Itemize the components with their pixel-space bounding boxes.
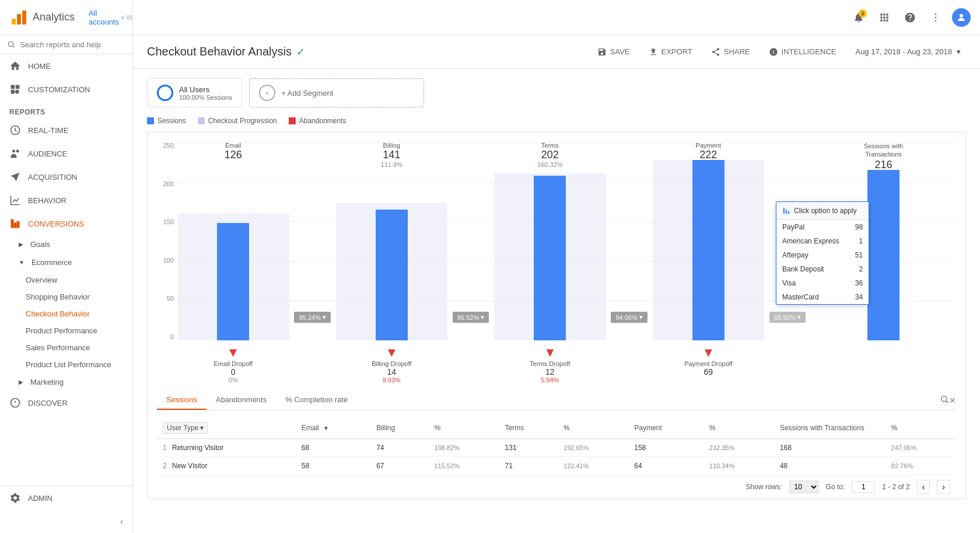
dropoff-billing: ▼ Billing Dropoff 14 9.93% [336, 345, 448, 384]
bar-terms [534, 176, 566, 340]
all-accounts-label[interactable]: All accounts [89, 9, 119, 26]
home-label: HOME [28, 62, 51, 71]
help-btn[interactable] [901, 8, 919, 27]
y-label-100: 100 [163, 257, 174, 264]
chart-legend: Sessions Checkout Progression Abandonmen… [147, 117, 966, 125]
sidebar-item-goals[interactable]: ▶ Goals [0, 235, 132, 253]
sidebar: Analytics All accounts › HOME [0, 0, 133, 533]
user-avatar-btn[interactable] [952, 8, 971, 27]
th-billing-pct[interactable]: % [428, 417, 499, 439]
export-btn[interactable]: EXPORT [644, 45, 697, 59]
bar-email [217, 223, 249, 340]
th-sessions-pct[interactable]: % [886, 417, 956, 439]
sidebar-item-realtime[interactable]: REAL-TIME [0, 119, 132, 142]
next-page-btn[interactable]: › [937, 480, 950, 494]
sidebar-item-marketing[interactable]: ▶ Marketing [0, 373, 132, 391]
sidebar-item-product-list-performance[interactable]: Product List Performance [0, 356, 132, 373]
visa-label: Visa [782, 279, 796, 287]
sidebar-item-overview[interactable]: Overview [0, 271, 132, 288]
search-bar[interactable] [0, 35, 132, 54]
th-billing[interactable]: Billing [370, 417, 428, 439]
table-search-btn[interactable] [940, 391, 949, 410]
table-clear-btn[interactable]: ✕ [949, 391, 956, 410]
segment-bar: All Users 100.00% Sessions + + Add Segme… [147, 78, 966, 107]
th-terms-pct[interactable]: % [558, 417, 628, 439]
th-payment-pct[interactable]: % [704, 417, 774, 439]
tab-sessions[interactable]: Sessions [157, 391, 206, 410]
share-btn[interactable]: SHARE [706, 45, 755, 59]
funnel-arrow-3[interactable]: 94.06%▾ [606, 142, 653, 340]
save-icon [597, 47, 607, 57]
popup-row-bank[interactable]: Bank Deposit 2 [776, 262, 869, 276]
dropoff-pct-email: 0% [229, 377, 238, 384]
notification-btn[interactable]: 1 [849, 8, 868, 27]
tab-completion[interactable]: % Completion rate [276, 391, 357, 410]
date-range-picker[interactable]: Aug 17, 2018 - Aug 23, 2018 ▾ [850, 44, 966, 59]
sidebar-item-product-performance[interactable]: Product Performance [0, 322, 132, 339]
th-terms[interactable]: Terms [499, 417, 558, 439]
td-sessions-pct-1: 247.06% [886, 439, 956, 457]
apps-btn[interactable] [875, 8, 894, 27]
expand-marketing-icon: ▶ [19, 379, 23, 385]
rows-per-page-select[interactable]: 10 25 50 100 [789, 480, 819, 493]
app-title: Analytics [33, 11, 75, 23]
export-icon [649, 47, 658, 57]
sidebar-item-audience[interactable]: AUDIENCE [0, 142, 132, 165]
th-payment[interactable]: Payment [628, 417, 704, 439]
sidebar-item-discover[interactable]: DISCOVER [0, 391, 132, 414]
funnel-arrow-1[interactable]: 95.24%▾ [289, 142, 336, 340]
sidebar-item-conversions[interactable]: CONVERSIONS [0, 212, 132, 235]
intelligence-btn[interactable]: INTELLIGENCE [764, 45, 841, 59]
all-users-segment[interactable]: All Users 100.00% Sessions [147, 78, 242, 107]
sidebar-item-home[interactable]: HOME [0, 54, 132, 78]
tab-abandonments[interactable]: Abandonments [206, 391, 276, 410]
y-label-250: 250 [163, 142, 174, 149]
prev-page-btn[interactable]: ‹ [917, 480, 930, 494]
save-btn[interactable]: SAVE [593, 45, 635, 59]
popup-row-mastercard[interactable]: MasterCard 34 [776, 290, 869, 304]
popup-row-paypal[interactable]: PayPal 98 [776, 220, 869, 234]
sidebar-item-sales-performance[interactable]: Sales Performance [0, 339, 132, 356]
user-type-filter[interactable]: User Type ▾ [163, 422, 208, 434]
bank-value: 2 [859, 265, 863, 273]
sidebar-item-shopping-behavior[interactable]: Shopping Behavior [0, 288, 132, 305]
sidebar-item-customization[interactable]: CUSTOMIZATION [0, 78, 132, 101]
add-segment-btn[interactable]: + + Add Segment [249, 78, 424, 107]
search-input[interactable] [20, 40, 125, 49]
goto-page-input[interactable] [852, 481, 875, 493]
sidebar-collapse-btn[interactable]: ‹ [0, 510, 132, 533]
y-label-150: 150 [163, 218, 174, 225]
bank-label: Bank Deposit [782, 265, 824, 273]
funnel-arrow-2[interactable]: 86.52%▾ [447, 142, 494, 340]
y-label-50: 50 [167, 295, 174, 302]
td-billing-2: 67 [370, 457, 428, 475]
dropoff-payment: ▼ Payment Dropoff 69 [653, 345, 765, 384]
th-email[interactable]: Email ▼ [296, 417, 370, 439]
popup-row-afterpay[interactable]: Afterpay 51 [776, 248, 869, 262]
popup-row-visa[interactable]: Visa 36 [776, 276, 869, 290]
sidebar-item-checkout-behavior[interactable]: Checkout Behavior [0, 305, 132, 322]
td-index-2: 2 New Visitor [157, 457, 296, 475]
account-breadcrumb[interactable]: All accounts › [89, 9, 133, 26]
td-payment-pct-2: 110.34% [704, 457, 774, 475]
sessions-color [147, 117, 154, 124]
popup-row-amex[interactable]: American Express 1 [776, 234, 869, 248]
col-payment-label: Payment [653, 142, 765, 149]
sidebar-item-acquisition[interactable]: ACQUISITION [0, 165, 132, 189]
more-btn[interactable] [926, 8, 945, 27]
th-user-type[interactable]: User Type ▾ [157, 417, 296, 439]
dropoff-label-payment: Payment Dropoff [684, 360, 732, 367]
page-info: 1 - 2 of 2 [882, 483, 909, 491]
sidebar-item-behavior[interactable]: BEHAVIOR [0, 189, 132, 212]
table-search-icon [940, 395, 949, 404]
col-sessions-transactions-label: Sessions withTransactions [811, 142, 956, 159]
intelligence-icon [769, 47, 778, 57]
dropoff-value-email: 0 [231, 367, 236, 377]
td-terms-1: 131 [499, 439, 558, 457]
acquisition-label: ACQUISITION [28, 173, 78, 182]
dropoff-value-billing: 14 [387, 367, 396, 377]
th-sessions-transactions[interactable]: Sessions with Transactions [774, 417, 886, 439]
sidebar-item-admin[interactable]: ADMIN [0, 486, 132, 510]
sidebar-item-ecommerce[interactable]: ▼ Ecommerce [0, 253, 132, 271]
apps-icon [878, 12, 890, 23]
